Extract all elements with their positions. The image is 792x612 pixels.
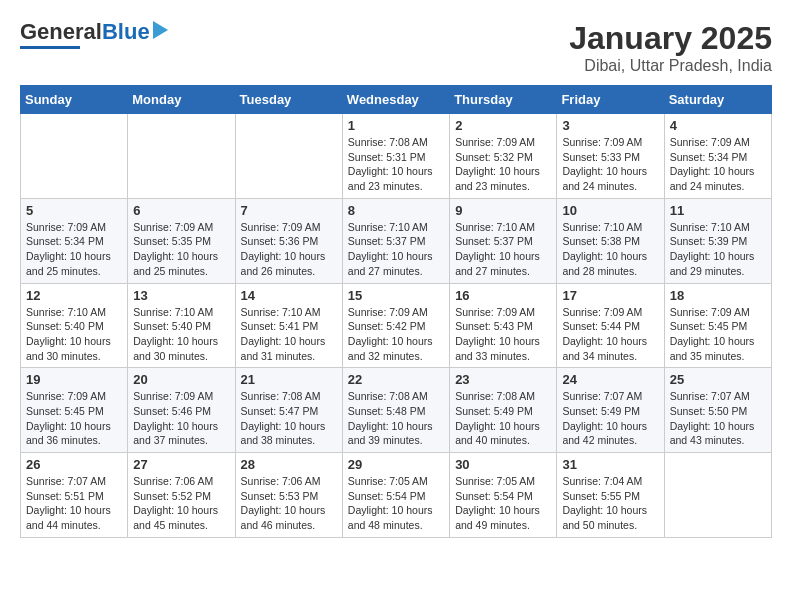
table-row: 8Sunrise: 7:10 AM Sunset: 5:37 PM Daylig… <box>342 198 449 283</box>
day-number: 7 <box>241 203 337 218</box>
day-number: 31 <box>562 457 658 472</box>
day-info: Sunrise: 7:04 AM Sunset: 5:55 PM Dayligh… <box>562 474 658 533</box>
col-sunday: Sunday <box>21 86 128 114</box>
day-number: 3 <box>562 118 658 133</box>
logo-arrow-icon <box>153 21 168 39</box>
day-info: Sunrise: 7:07 AM Sunset: 5:51 PM Dayligh… <box>26 474 122 533</box>
day-number: 15 <box>348 288 444 303</box>
table-row: 2Sunrise: 7:09 AM Sunset: 5:32 PM Daylig… <box>450 114 557 199</box>
table-row: 9Sunrise: 7:10 AM Sunset: 5:37 PM Daylig… <box>450 198 557 283</box>
col-saturday: Saturday <box>664 86 771 114</box>
day-info: Sunrise: 7:05 AM Sunset: 5:54 PM Dayligh… <box>348 474 444 533</box>
table-row: 27Sunrise: 7:06 AM Sunset: 5:52 PM Dayli… <box>128 453 235 538</box>
day-number: 28 <box>241 457 337 472</box>
page-header: GeneralBlue January 2025 Dibai, Uttar Pr… <box>20 20 772 75</box>
table-row: 5Sunrise: 7:09 AM Sunset: 5:34 PM Daylig… <box>21 198 128 283</box>
day-number: 17 <box>562 288 658 303</box>
day-info: Sunrise: 7:07 AM Sunset: 5:49 PM Dayligh… <box>562 389 658 448</box>
day-number: 4 <box>670 118 766 133</box>
day-info: Sunrise: 7:09 AM Sunset: 5:44 PM Dayligh… <box>562 305 658 364</box>
logo-text: GeneralBlue <box>20 20 150 44</box>
day-number: 26 <box>26 457 122 472</box>
calendar-week-row: 26Sunrise: 7:07 AM Sunset: 5:51 PM Dayli… <box>21 453 772 538</box>
day-info: Sunrise: 7:06 AM Sunset: 5:53 PM Dayligh… <box>241 474 337 533</box>
day-number: 2 <box>455 118 551 133</box>
col-tuesday: Tuesday <box>235 86 342 114</box>
table-row: 23Sunrise: 7:08 AM Sunset: 5:49 PM Dayli… <box>450 368 557 453</box>
calendar-table: Sunday Monday Tuesday Wednesday Thursday… <box>20 85 772 538</box>
day-info: Sunrise: 7:08 AM Sunset: 5:31 PM Dayligh… <box>348 135 444 194</box>
day-info: Sunrise: 7:09 AM Sunset: 5:46 PM Dayligh… <box>133 389 229 448</box>
table-row: 1Sunrise: 7:08 AM Sunset: 5:31 PM Daylig… <box>342 114 449 199</box>
day-info: Sunrise: 7:10 AM Sunset: 5:37 PM Dayligh… <box>348 220 444 279</box>
calendar-header-row: Sunday Monday Tuesday Wednesday Thursday… <box>21 86 772 114</box>
day-number: 24 <box>562 372 658 387</box>
table-row: 16Sunrise: 7:09 AM Sunset: 5:43 PM Dayli… <box>450 283 557 368</box>
col-wednesday: Wednesday <box>342 86 449 114</box>
day-info: Sunrise: 7:06 AM Sunset: 5:52 PM Dayligh… <box>133 474 229 533</box>
day-info: Sunrise: 7:10 AM Sunset: 5:39 PM Dayligh… <box>670 220 766 279</box>
table-row: 3Sunrise: 7:09 AM Sunset: 5:33 PM Daylig… <box>557 114 664 199</box>
day-info: Sunrise: 7:10 AM Sunset: 5:40 PM Dayligh… <box>26 305 122 364</box>
day-info: Sunrise: 7:09 AM Sunset: 5:45 PM Dayligh… <box>670 305 766 364</box>
day-number: 12 <box>26 288 122 303</box>
table-row <box>21 114 128 199</box>
day-number: 11 <box>670 203 766 218</box>
day-info: Sunrise: 7:09 AM Sunset: 5:33 PM Dayligh… <box>562 135 658 194</box>
day-number: 10 <box>562 203 658 218</box>
table-row: 21Sunrise: 7:08 AM Sunset: 5:47 PM Dayli… <box>235 368 342 453</box>
day-number: 19 <box>26 372 122 387</box>
day-info: Sunrise: 7:09 AM Sunset: 5:45 PM Dayligh… <box>26 389 122 448</box>
day-number: 18 <box>670 288 766 303</box>
day-number: 8 <box>348 203 444 218</box>
table-row: 20Sunrise: 7:09 AM Sunset: 5:46 PM Dayli… <box>128 368 235 453</box>
day-number: 27 <box>133 457 229 472</box>
day-info: Sunrise: 7:09 AM Sunset: 5:42 PM Dayligh… <box>348 305 444 364</box>
day-info: Sunrise: 7:10 AM Sunset: 5:37 PM Dayligh… <box>455 220 551 279</box>
table-row: 18Sunrise: 7:09 AM Sunset: 5:45 PM Dayli… <box>664 283 771 368</box>
table-row: 10Sunrise: 7:10 AM Sunset: 5:38 PM Dayli… <box>557 198 664 283</box>
calendar-week-row: 12Sunrise: 7:10 AM Sunset: 5:40 PM Dayli… <box>21 283 772 368</box>
day-info: Sunrise: 7:05 AM Sunset: 5:54 PM Dayligh… <box>455 474 551 533</box>
table-row: 26Sunrise: 7:07 AM Sunset: 5:51 PM Dayli… <box>21 453 128 538</box>
day-number: 30 <box>455 457 551 472</box>
calendar-subtitle: Dibai, Uttar Pradesh, India <box>569 57 772 75</box>
day-info: Sunrise: 7:07 AM Sunset: 5:50 PM Dayligh… <box>670 389 766 448</box>
day-number: 14 <box>241 288 337 303</box>
day-number: 6 <box>133 203 229 218</box>
table-row: 11Sunrise: 7:10 AM Sunset: 5:39 PM Dayli… <box>664 198 771 283</box>
table-row: 31Sunrise: 7:04 AM Sunset: 5:55 PM Dayli… <box>557 453 664 538</box>
calendar-week-row: 19Sunrise: 7:09 AM Sunset: 5:45 PM Dayli… <box>21 368 772 453</box>
logo-underline <box>20 46 80 49</box>
day-number: 9 <box>455 203 551 218</box>
day-number: 22 <box>348 372 444 387</box>
table-row <box>128 114 235 199</box>
logo: GeneralBlue <box>20 20 168 49</box>
table-row: 14Sunrise: 7:10 AM Sunset: 5:41 PM Dayli… <box>235 283 342 368</box>
day-number: 29 <box>348 457 444 472</box>
table-row: 6Sunrise: 7:09 AM Sunset: 5:35 PM Daylig… <box>128 198 235 283</box>
day-info: Sunrise: 7:09 AM Sunset: 5:43 PM Dayligh… <box>455 305 551 364</box>
col-monday: Monday <box>128 86 235 114</box>
day-info: Sunrise: 7:09 AM Sunset: 5:34 PM Dayligh… <box>670 135 766 194</box>
day-number: 1 <box>348 118 444 133</box>
table-row <box>235 114 342 199</box>
day-number: 25 <box>670 372 766 387</box>
calendar-week-row: 1Sunrise: 7:08 AM Sunset: 5:31 PM Daylig… <box>21 114 772 199</box>
day-number: 13 <box>133 288 229 303</box>
table-row <box>664 453 771 538</box>
table-row: 24Sunrise: 7:07 AM Sunset: 5:49 PM Dayli… <box>557 368 664 453</box>
calendar-week-row: 5Sunrise: 7:09 AM Sunset: 5:34 PM Daylig… <box>21 198 772 283</box>
day-info: Sunrise: 7:10 AM Sunset: 5:38 PM Dayligh… <box>562 220 658 279</box>
table-row: 7Sunrise: 7:09 AM Sunset: 5:36 PM Daylig… <box>235 198 342 283</box>
day-info: Sunrise: 7:08 AM Sunset: 5:47 PM Dayligh… <box>241 389 337 448</box>
col-friday: Friday <box>557 86 664 114</box>
table-row: 28Sunrise: 7:06 AM Sunset: 5:53 PM Dayli… <box>235 453 342 538</box>
col-thursday: Thursday <box>450 86 557 114</box>
day-number: 16 <box>455 288 551 303</box>
day-info: Sunrise: 7:09 AM Sunset: 5:34 PM Dayligh… <box>26 220 122 279</box>
table-row: 22Sunrise: 7:08 AM Sunset: 5:48 PM Dayli… <box>342 368 449 453</box>
day-info: Sunrise: 7:08 AM Sunset: 5:49 PM Dayligh… <box>455 389 551 448</box>
day-info: Sunrise: 7:09 AM Sunset: 5:35 PM Dayligh… <box>133 220 229 279</box>
table-row: 25Sunrise: 7:07 AM Sunset: 5:50 PM Dayli… <box>664 368 771 453</box>
